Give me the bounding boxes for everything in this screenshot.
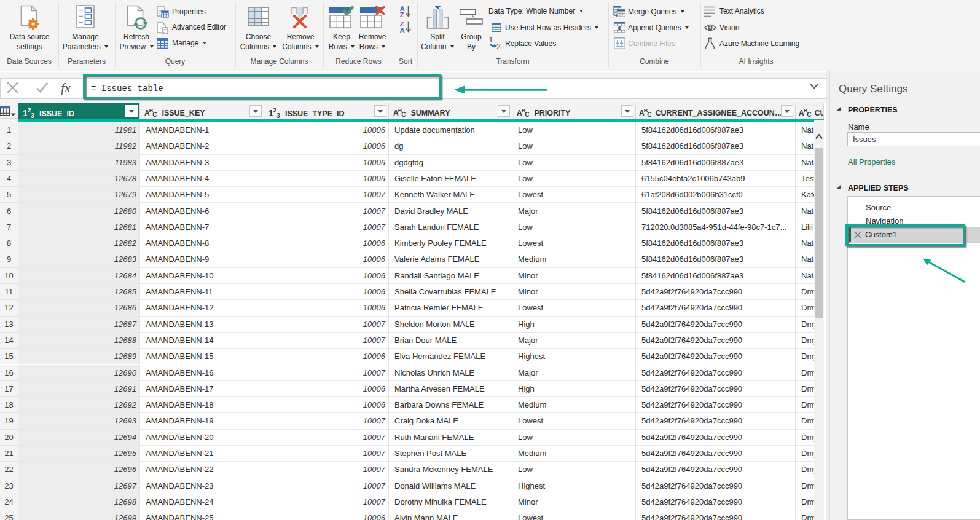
svg-text:1: 1 xyxy=(489,36,493,44)
svg-text:2: 2 xyxy=(496,42,501,50)
svg-text:Z: Z xyxy=(400,11,404,18)
svg-text:A: A xyxy=(400,26,405,34)
